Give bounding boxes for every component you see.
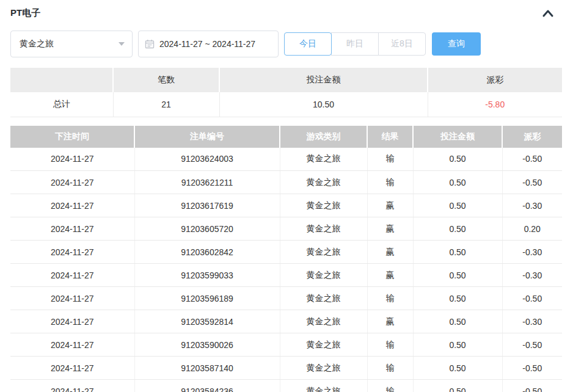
order-no-cell: 91203584236 xyxy=(134,380,280,392)
quick-range-button[interactable]: 近8日 xyxy=(378,32,426,56)
table-row: 2024-11-27 91203592814 黄金之旅 赢 0.50 -0.30 xyxy=(10,310,562,333)
bets-header-time: 下注时间 xyxy=(10,126,134,148)
summary-header-row: 笔数 投注金额 派彩 xyxy=(10,68,562,92)
payout-cell: -0.50 xyxy=(502,333,562,357)
order-no-cell: 91203587140 xyxy=(134,357,280,380)
bet-amount-cell: 0.50 xyxy=(413,148,502,171)
game-type-cell: 黄金之旅 xyxy=(280,310,367,333)
bet-time-cell: 2024-11-27 xyxy=(10,380,134,392)
bets-table: 下注时间 注单编号 游戏类别 结果 投注金额 派彩 2024-11-27 912… xyxy=(10,126,562,392)
quick-range-group: 今日昨日近8日 xyxy=(284,32,426,56)
bets-header-result: 结果 xyxy=(367,126,413,148)
bet-amount-cell: 0.50 xyxy=(413,194,502,217)
summary-total-count: 21 xyxy=(113,92,219,117)
filter-bar: 黄金之旅 2024-11-27 ~ 2024-11-27 今日昨日近8日 查询 xyxy=(10,30,562,58)
game-type-cell: 黄金之旅 xyxy=(280,171,367,194)
chevron-down-icon xyxy=(119,42,125,46)
order-no-cell: 91203624003 xyxy=(134,148,280,171)
table-row: 2024-11-27 91203587140 黄金之旅 输 0.50 -0.50 xyxy=(10,357,562,380)
game-type-cell: 黄金之旅 xyxy=(280,217,367,241)
panel-header: PT电子 xyxy=(10,0,562,19)
table-row: 2024-11-27 91203624003 黄金之旅 输 0.50 -0.50 xyxy=(10,148,562,171)
bet-amount-cell: 0.50 xyxy=(413,310,502,333)
payout-cell: -0.50 xyxy=(502,148,562,171)
bets-header-game: 游戏类别 xyxy=(280,126,367,148)
table-row: 2024-11-27 91203617619 黄金之旅 赢 0.50 -0.30 xyxy=(10,194,562,217)
order-no-cell: 91203605720 xyxy=(134,217,280,241)
bet-time-cell: 2024-11-27 xyxy=(10,287,134,310)
order-no-cell: 91203590026 xyxy=(134,333,280,357)
result-cell: 赢 xyxy=(367,217,413,241)
bet-time-cell: 2024-11-27 xyxy=(10,264,134,287)
summary-header-empty xyxy=(10,68,113,92)
payout-cell: -0.50 xyxy=(502,380,562,392)
game-type-cell: 黄金之旅 xyxy=(280,357,367,380)
bet-time-cell: 2024-11-27 xyxy=(10,217,134,241)
summary-total-bet-amount: 10.50 xyxy=(219,92,428,117)
game-type-cell: 黄金之旅 xyxy=(280,333,367,357)
date-range-input[interactable]: 2024-11-27 ~ 2024-11-27 xyxy=(138,31,279,57)
bet-amount-cell: 0.50 xyxy=(413,287,502,310)
payout-cell: -0.50 xyxy=(502,171,562,194)
payout-cell: -0.30 xyxy=(502,194,562,217)
result-cell: 输 xyxy=(367,333,413,357)
game-type-cell: 黄金之旅 xyxy=(280,241,367,264)
bet-time-cell: 2024-11-27 xyxy=(10,241,134,264)
result-cell: 输 xyxy=(367,171,413,194)
result-cell: 输 xyxy=(367,380,413,392)
bet-amount-cell: 0.50 xyxy=(413,217,502,241)
quick-range-button[interactable]: 今日 xyxy=(284,32,332,56)
order-no-cell: 91203599033 xyxy=(134,264,280,287)
result-cell: 输 xyxy=(367,287,413,310)
order-no-cell: 91203592814 xyxy=(134,310,280,333)
summary-header-count: 笔数 xyxy=(113,68,219,92)
result-cell: 输 xyxy=(367,357,413,380)
order-no-cell: 91203617619 xyxy=(134,194,280,217)
quick-range-button[interactable]: 昨日 xyxy=(331,32,379,56)
table-row: 2024-11-27 91203596189 黄金之旅 输 0.50 -0.50 xyxy=(10,287,562,310)
payout-cell: -0.50 xyxy=(502,287,562,310)
payout-cell: -0.50 xyxy=(502,357,562,380)
bet-amount-cell: 0.50 xyxy=(413,380,502,392)
game-select[interactable]: 黄金之旅 xyxy=(10,31,133,57)
bet-time-cell: 2024-11-27 xyxy=(10,357,134,380)
table-row: 2024-11-27 91203602842 黄金之旅 赢 0.50 -0.30 xyxy=(10,241,562,264)
table-row: 2024-11-27 91203584236 黄金之旅 输 0.50 -0.50 xyxy=(10,380,562,392)
bets-header-payout: 派彩 xyxy=(502,126,562,148)
result-cell: 赢 xyxy=(367,194,413,217)
summary-header-bet-amount: 投注金额 xyxy=(219,68,428,92)
search-button[interactable]: 查询 xyxy=(432,32,481,56)
summary-table: 笔数 投注金额 派彩 总计 21 10.50 -5.80 xyxy=(10,68,562,117)
bet-time-cell: 2024-11-27 xyxy=(10,148,134,171)
collapse-chevron-up-icon[interactable] xyxy=(541,8,562,19)
bets-header-bet-amount: 投注金额 xyxy=(413,126,502,148)
result-cell: 输 xyxy=(367,148,413,171)
bet-time-cell: 2024-11-27 xyxy=(10,310,134,333)
bet-time-cell: 2024-11-27 xyxy=(10,333,134,357)
result-cell: 赢 xyxy=(367,241,413,264)
date-range-value: 2024-11-27 ~ 2024-11-27 xyxy=(159,39,255,49)
bet-amount-cell: 0.50 xyxy=(413,241,502,264)
pt-electronic-panel: PT电子 黄金之旅 2024-11-27 ~ 2024- xyxy=(10,0,562,392)
bet-amount-cell: 0.50 xyxy=(413,264,502,287)
order-no-cell: 91203596189 xyxy=(134,287,280,310)
result-cell: 赢 xyxy=(367,264,413,287)
bets-header-row: 下注时间 注单编号 游戏类别 结果 投注金额 派彩 xyxy=(10,126,562,148)
bet-amount-cell: 0.50 xyxy=(413,357,502,380)
game-type-cell: 黄金之旅 xyxy=(280,287,367,310)
bet-amount-cell: 0.50 xyxy=(413,333,502,357)
bet-amount-cell: 0.50 xyxy=(413,171,502,194)
bet-time-cell: 2024-11-27 xyxy=(10,171,134,194)
table-row: 2024-11-27 91203599033 黄金之旅 赢 0.50 -0.30 xyxy=(10,264,562,287)
game-type-cell: 黄金之旅 xyxy=(280,148,367,171)
page-title: PT电子 xyxy=(10,7,40,19)
order-no-cell: 91203602842 xyxy=(134,241,280,264)
summary-total-payout: -5.80 xyxy=(428,92,562,117)
payout-cell: -0.30 xyxy=(502,310,562,333)
table-row: 2024-11-27 91203621211 黄金之旅 输 0.50 -0.50 xyxy=(10,171,562,194)
game-type-cell: 黄金之旅 xyxy=(280,264,367,287)
summary-header-payout: 派彩 xyxy=(428,68,562,92)
game-select-value: 黄金之旅 xyxy=(20,38,54,49)
game-type-cell: 黄金之旅 xyxy=(280,380,367,392)
order-no-cell: 91203621211 xyxy=(134,171,280,194)
